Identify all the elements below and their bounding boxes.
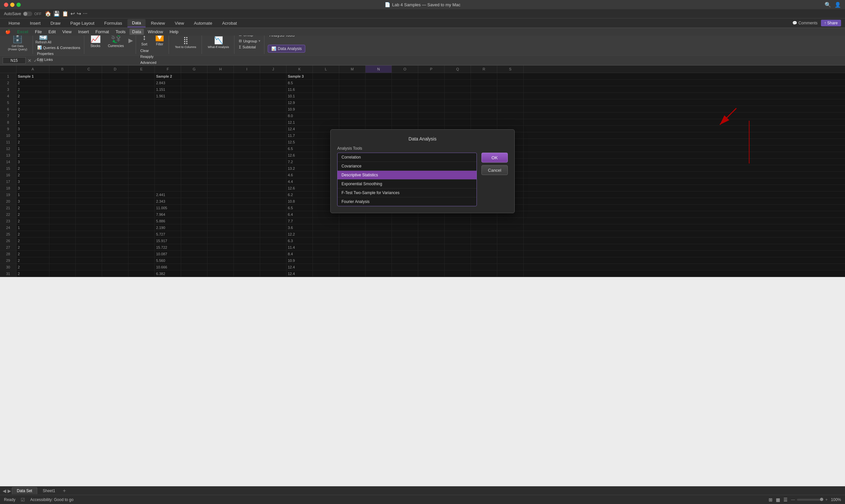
list-item-fourier-analysis[interactable]: Fourier Analysis (338, 197, 477, 206)
analysis-tools-section-label: Analysis Tools (337, 146, 477, 151)
dialog-overlay: Data Analysis Analysis Tools Correlation… (0, 66, 845, 277)
clear-btn[interactable]: Clear (139, 48, 167, 53)
ribbon: Home Insert Draw Page Layout Formulas Da… (0, 17, 845, 56)
autosave-bar: AutoSave OFF 🏠 💾 📋 ↩ ↪ ··· (0, 9, 845, 18)
menu-apple[interactable]: 🍎 (3, 29, 13, 35)
ungroup-label: Ungroup (243, 39, 257, 43)
ok-button[interactable]: OK (481, 152, 508, 163)
menu-help[interactable]: Help (167, 29, 181, 35)
refresh-label: Refresh All (36, 40, 51, 44)
tab-home[interactable]: Home (4, 19, 25, 27)
autosave-toggle[interactable]: AutoSave OFF (4, 12, 41, 16)
dialog-body: Analysis Tools Correlation Covariance De… (337, 146, 508, 206)
tab-draw[interactable]: Draw (46, 19, 65, 27)
undo-icon[interactable]: ↩ (70, 11, 75, 17)
autosave-label: AutoSave (4, 12, 21, 16)
list-item-covariance[interactable]: Covariance (338, 162, 477, 171)
cancel-formula-icon[interactable]: ✕ (28, 58, 32, 63)
tab-view[interactable]: View (170, 19, 189, 27)
menu-view[interactable]: View (59, 29, 74, 35)
prev-sheet-icon[interactable]: ◀ (3, 488, 6, 493)
redo-icon[interactable]: ↪ (77, 11, 81, 17)
menu-tools[interactable]: Tools (113, 29, 128, 35)
autosave-state: OFF (34, 12, 41, 16)
subtotal-btn[interactable]: Σ Subtotal (237, 44, 262, 50)
expand-icon[interactable]: ▶ (128, 37, 133, 44)
ribbon-tabs: Home Insert Draw Page Layout Formulas Da… (0, 17, 845, 29)
autosave-switch[interactable] (23, 12, 32, 16)
accessibility-status: Accessibility: Good to go (30, 498, 73, 502)
ungroup-arrow: ▾ (259, 39, 260, 43)
status-ready: Ready (4, 498, 16, 502)
home-icon[interactable]: 🏠 (45, 11, 51, 17)
queries-connections-btn[interactable]: 📊 Queries & Connections (36, 45, 82, 50)
cancel-button[interactable]: Cancel (481, 165, 508, 175)
share-btn[interactable]: ↑ Share (821, 20, 841, 26)
analysis-tools-list: Correlation Covariance Descriptive Stati… (337, 152, 477, 206)
maximize-button[interactable] (16, 3, 21, 7)
menu-file[interactable]: File (32, 29, 45, 35)
next-sheet-icon[interactable]: ▶ (7, 488, 11, 493)
document-icon: 📄 (385, 2, 390, 7)
menu-format[interactable]: Format (93, 29, 111, 35)
minimize-button[interactable] (10, 3, 15, 7)
window-title: 📄 Lab 4 Samples — Saved to my Mac (385, 2, 460, 7)
account-icon[interactable]: 👤 (834, 2, 841, 8)
view-icon[interactable]: ☰ (783, 497, 788, 502)
toolbar-icons: 🏠 💾 📋 ↩ ↪ ··· (45, 11, 87, 17)
formula-input[interactable] (45, 58, 842, 63)
menu-insert[interactable]: Insert (75, 29, 91, 35)
spreadsheet: A B C D E F G H I J K L M N O P Q R S 1 … (0, 66, 845, 277)
save-as-icon[interactable]: 📋 (62, 11, 69, 17)
data-analysis-button[interactable]: 📊 Data Analysis (268, 45, 306, 53)
zoom-slider[interactable] (797, 499, 823, 501)
properties-btn[interactable]: Properties (36, 51, 82, 56)
insert-function-icon[interactable]: fx (39, 58, 43, 63)
tab-insert[interactable]: Insert (25, 19, 46, 27)
zoom-level: 100% (831, 498, 841, 502)
list-item-f-test[interactable]: F-Test Two-Sample for Variances (338, 188, 477, 197)
list-item-descriptive-statistics[interactable]: Descriptive Statistics (338, 171, 477, 180)
dialog-title: Data Analysis (337, 136, 508, 142)
menu-edit[interactable]: Edit (46, 29, 58, 35)
grid-view-icon[interactable]: ⊞ (769, 497, 773, 502)
close-button[interactable] (4, 3, 8, 7)
status-bar: Ready ☑ Accessibility: Good to go ⊞ ▦ ☰ … (0, 495, 845, 504)
text-columns-label: Text to Columns (175, 46, 196, 49)
more-icon[interactable]: ··· (83, 11, 87, 17)
tab-automate[interactable]: Automate (189, 19, 217, 27)
ungroup-btn[interactable]: ⊟ Ungroup ▾ (237, 38, 262, 44)
confirm-formula-icon[interactable]: ✓ (34, 58, 37, 63)
add-sheet-button[interactable]: + (61, 488, 68, 494)
ungroup-icon: ⊟ (239, 39, 242, 43)
subtotal-label: Subtotal (242, 45, 256, 49)
list-item-exponential-smoothing[interactable]: Exponential Smoothing (338, 180, 477, 188)
menu-window[interactable]: Window (145, 29, 166, 35)
tab-data[interactable]: Data (127, 19, 145, 27)
what-if-label: What-If Analysis (208, 46, 229, 49)
layout-icon[interactable]: ▦ (776, 497, 780, 502)
data-analysis-dialog: Data Analysis Analysis Tools Correlation… (330, 129, 515, 213)
list-item-correlation[interactable]: Correlation (338, 153, 477, 162)
menu-excel[interactable]: Excel (15, 29, 31, 35)
chart-icon: 📊 (271, 47, 276, 51)
tab-formulas[interactable]: Formulas (100, 19, 127, 27)
comments-btn[interactable]: 💬 Comments (792, 21, 817, 25)
currencies-label: Currencies (108, 44, 124, 48)
save-icon[interactable]: 💾 (53, 11, 60, 17)
dialog-right: OK Cancel (481, 146, 508, 206)
tab-review[interactable]: Review (146, 19, 170, 27)
subtotal-icon: Σ (239, 45, 241, 49)
search-icon[interactable]: 🔍 (825, 2, 831, 8)
properties-label: Properties (37, 52, 54, 56)
sheet-tab-dataset[interactable]: Data Set (12, 487, 37, 494)
tab-acrobat[interactable]: Acrobat (217, 19, 241, 27)
formula-bar: N15 ✕ ✓ fx (0, 56, 845, 66)
menu-data[interactable]: Data (130, 29, 143, 35)
traffic-lights[interactable] (4, 3, 21, 7)
filter-label: Filter (156, 42, 163, 46)
status-check-icon[interactable]: ☑ (21, 497, 25, 502)
cell-reference-box[interactable]: N15 (3, 57, 26, 64)
tab-page-layout[interactable]: Page Layout (66, 19, 99, 27)
sheet-tab-sheet1[interactable]: Sheet1 (38, 487, 60, 494)
